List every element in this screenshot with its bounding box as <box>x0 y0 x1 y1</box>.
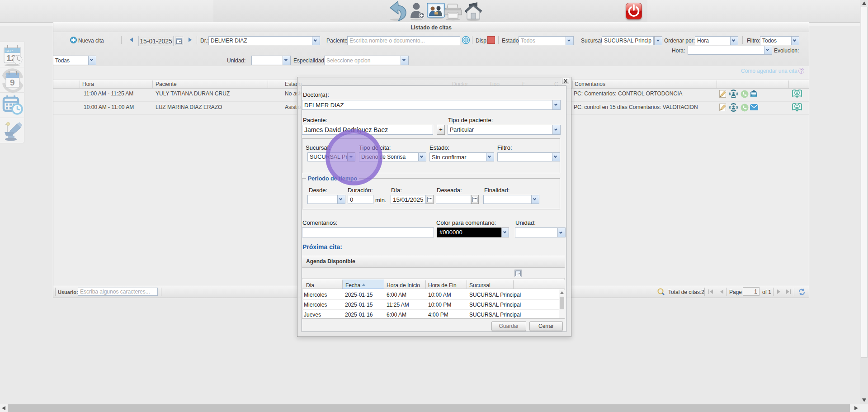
svg-text:9: 9 <box>10 78 15 87</box>
svg-text:SEP: SEP <box>5 49 13 53</box>
